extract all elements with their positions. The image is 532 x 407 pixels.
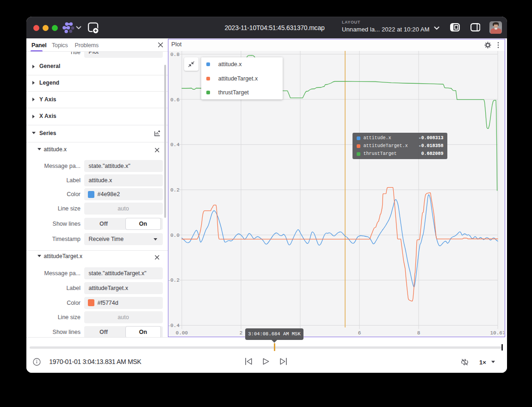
svg-text:2: 2 [240, 330, 243, 336]
svg-text:6: 6 [358, 330, 361, 336]
svg-text:0.2: 0.2 [170, 187, 179, 193]
svg-text:8: 8 [417, 330, 421, 336]
svg-text:10.67: 10.67 [490, 330, 504, 336]
svg-text:0.00: 0.00 [176, 330, 188, 336]
svg-text:0.6: 0.6 [170, 97, 179, 103]
svg-text:0.8: 0.8 [170, 52, 179, 57]
svg-text:0.0: 0.0 [170, 233, 179, 238]
svg-text:-0.4: -0.4 [169, 323, 179, 328]
svg-text:-0.2: -0.2 [169, 278, 179, 283]
svg-text:0.4: 0.4 [170, 142, 179, 148]
